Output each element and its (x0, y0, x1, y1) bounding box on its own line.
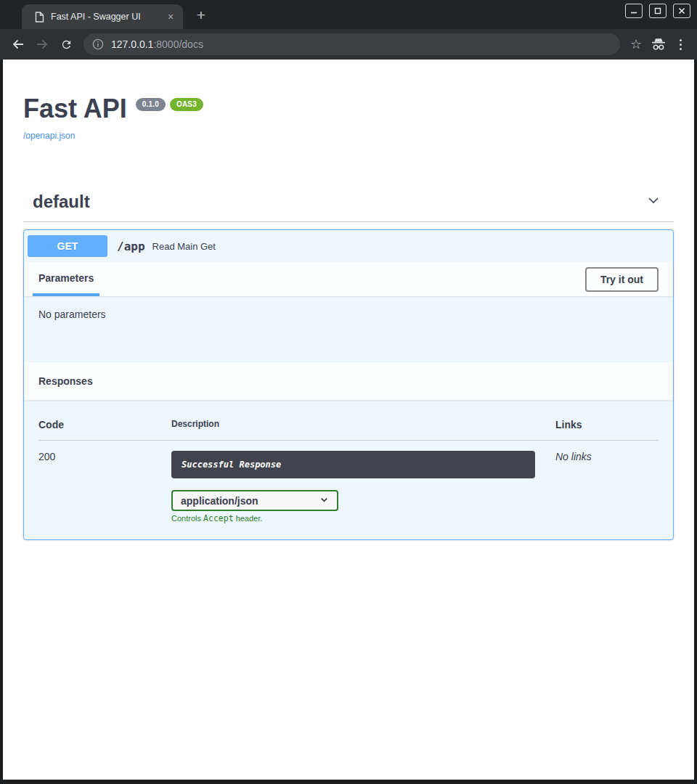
parameters-body: No parameters (24, 296, 673, 362)
media-type-select[interactable]: application/json (171, 490, 338, 511)
tag-section-default: default GET /app Read Main Get Parameter… (23, 184, 674, 540)
response-code: 200 (38, 451, 171, 523)
opblock-get-app: GET /app Read Main Get Parameters Try it… (23, 229, 674, 540)
incognito-icon (646, 34, 671, 54)
parameters-header: Parameters Try it out (24, 262, 673, 296)
tag-name: default (33, 192, 90, 212)
version-badge: 0.1.0 (136, 98, 166, 111)
bookmark-star-icon[interactable]: ☆ (626, 34, 646, 54)
operation-summary-text: Read Main Get (152, 241, 216, 252)
col-header-description: Description (171, 419, 555, 430)
responses-table: Code Description Links 200 Successful Re… (24, 400, 673, 539)
window-controls (625, 4, 690, 18)
http-method-badge: GET (28, 235, 107, 257)
url-path: :8000/docs (153, 38, 203, 50)
response-description-cell: Successful Response application/json Con… (171, 451, 555, 523)
select-chevron-icon (319, 494, 329, 507)
back-icon[interactable] (7, 33, 29, 55)
oas3-badge: OAS3 (170, 98, 203, 111)
response-row-200: 200 Successful Response application/json… (38, 441, 659, 523)
responses-table-header: Code Description Links (38, 419, 659, 441)
page-favicon-icon (35, 12, 44, 23)
responses-header: Responses (24, 362, 673, 400)
reload-icon[interactable] (55, 33, 77, 55)
no-parameters-text: No parameters (38, 309, 106, 320)
tab-close-icon[interactable]: × (164, 10, 177, 23)
url-host: 127.0.0.1 (111, 38, 153, 50)
operation-summary[interactable]: GET /app Read Main Get (24, 230, 673, 262)
browser-titlebar: Fast API - Swagger UI × + (0, 0, 697, 29)
forward-icon[interactable] (31, 33, 53, 55)
media-type-value: application/json (181, 495, 258, 507)
col-header-links: Links (555, 419, 659, 430)
minimize-button[interactable] (625, 4, 643, 18)
responses-title: Responses (38, 375, 93, 387)
tab-title: Fast API - Swagger UI (51, 12, 164, 22)
maximize-button[interactable] (649, 4, 667, 18)
response-description: Successful Response (171, 451, 535, 478)
response-links: No links (555, 451, 659, 523)
browser-tab[interactable]: Fast API - Swagger UI × (22, 4, 183, 29)
tab-parameters[interactable]: Parameters (33, 262, 99, 296)
parameters-tab-label: Parameters (38, 272, 94, 284)
accept-code: Accept (203, 513, 234, 523)
site-info-icon[interactable] (92, 38, 104, 50)
api-info: Fast API 0.1.0 OAS3 /openapi.json (23, 60, 674, 142)
accept-header-note: Controls Accept header. (171, 513, 555, 523)
col-header-code: Code (38, 419, 171, 430)
new-tab-button[interactable]: + (190, 4, 212, 26)
close-window-button[interactable] (673, 4, 690, 18)
browser-menu-icon[interactable] (671, 34, 690, 54)
browser-toolbar: 127.0.0.1:8000/docs ☆ (0, 29, 697, 60)
collapse-chevron-icon[interactable] (646, 193, 661, 211)
address-bar[interactable]: 127.0.0.1:8000/docs (83, 33, 620, 55)
openapi-spec-link[interactable]: /openapi.json (23, 131, 75, 141)
page-title: Fast API (23, 94, 127, 124)
swagger-page: Fast API 0.1.0 OAS3 /openapi.json defaul… (3, 60, 694, 780)
tag-header[interactable]: default (23, 184, 674, 222)
operation-path: /app (117, 240, 145, 253)
try-it-out-button[interactable]: Try it out (585, 267, 659, 292)
